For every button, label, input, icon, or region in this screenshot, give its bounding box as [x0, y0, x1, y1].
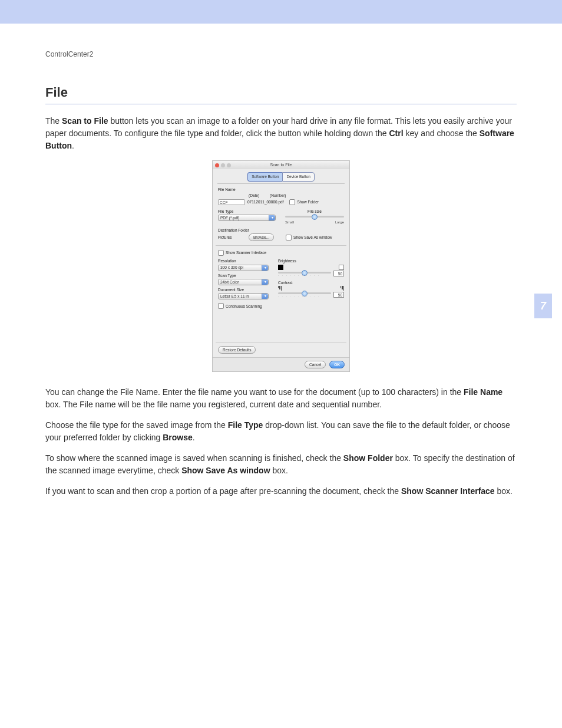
continuous-scanning-checkbox[interactable]	[218, 303, 224, 309]
scan-type-select[interactable]: 24bit Color ▾	[218, 279, 269, 285]
paragraph-scanner-interface: If you want to scan and then crop a port…	[45, 485, 517, 498]
window-titlebar: Scan to File	[213, 161, 349, 169]
tab-device-button[interactable]: Device Button	[282, 172, 314, 181]
chevron-updown-icon: ▾	[262, 279, 268, 285]
bold-file-name: File Name	[464, 387, 503, 397]
brightness-light-icon	[339, 265, 344, 270]
show-scanner-interface-checkbox[interactable]	[218, 250, 224, 256]
close-icon[interactable]	[215, 163, 219, 167]
brightness-slider[interactable]	[278, 272, 331, 274]
screenshot-scan-to-file-dialog: Scan to File Software Button Device Butt…	[212, 160, 350, 372]
date-label: (Date)	[249, 193, 259, 198]
resolution-value: 300 x 300 dpi	[220, 265, 243, 270]
text: Choose the file type for the saved image…	[45, 420, 228, 430]
chevron-updown-icon: ▾	[262, 265, 268, 271]
slider-thumb[interactable]	[302, 270, 308, 276]
chapter-tab: 7	[534, 294, 552, 318]
zoom-icon[interactable]	[227, 163, 231, 167]
text: You can change the File Name. Enter the …	[45, 387, 464, 397]
file-name-input[interactable]: CCF	[218, 199, 245, 205]
brightness-label: Brightness	[278, 258, 344, 263]
text: .	[72, 141, 74, 150]
chevron-updown-icon: ▾	[262, 294, 268, 299]
file-size-slider[interactable]	[285, 216, 344, 218]
text: .	[193, 433, 195, 442]
resolution-label: Resolution	[218, 258, 271, 263]
bold-file-type: File Type	[228, 420, 263, 430]
continuous-scanning-label: Continuous Scanning	[226, 304, 262, 309]
file-name-label: File Name	[218, 187, 344, 192]
text: box. The File name will be the file name…	[45, 400, 382, 409]
bold-ctrl: Ctrl	[389, 129, 403, 138]
text: box.	[495, 486, 513, 496]
dialog-footer: Cancel OK	[213, 357, 349, 371]
show-folder-label: Show Folder	[297, 199, 319, 205]
scan-type-value: 24bit Color	[220, 279, 239, 285]
number-label: (Number)	[270, 193, 286, 198]
window-title: Scan to File	[213, 162, 349, 168]
contrast-label: Contrast	[278, 280, 344, 285]
page-top-bar	[0, 0, 562, 24]
brightness-value[interactable]: 50	[333, 271, 344, 276]
breadcrumb: ControlCenter2	[45, 50, 517, 60]
text: To show where the scanned image is saved…	[45, 453, 343, 463]
contrast-low-icon	[278, 286, 282, 291]
bold-browse: Browse	[163, 433, 193, 442]
text: The	[45, 116, 62, 126]
bold-show-scanner-interface: Show Scanner Interface	[401, 486, 495, 496]
small-label: Small	[285, 220, 294, 225]
show-save-as-label: Show Save As window	[293, 235, 332, 240]
slider-thumb[interactable]	[302, 291, 308, 297]
file-size-label: File size	[285, 209, 344, 214]
document-size-value: Letter 8.5 x 11 in	[220, 294, 249, 299]
destination-folder-label: Destination Folder	[218, 228, 344, 233]
tab-software-button[interactable]: Software Button	[247, 172, 282, 181]
browse-button[interactable]: Browse...	[249, 233, 274, 241]
text: key and choose the	[404, 129, 480, 138]
traffic-lights	[215, 163, 231, 167]
generated-filename: 07112011_00000.pdf	[247, 199, 283, 205]
paragraph-file-name: You can change the File Name. Enter the …	[45, 386, 517, 411]
file-type-label: File Type	[218, 209, 285, 214]
paragraph-show-folder: To show where the scanned image is saved…	[45, 452, 517, 477]
resolution-select[interactable]: 300 x 300 dpi ▾	[218, 265, 269, 271]
paragraph-file-type: Choose the file type for the saved image…	[45, 419, 517, 444]
brightness-dark-icon	[278, 265, 283, 270]
scan-type-label: Scan Type	[218, 273, 271, 278]
text: box.	[270, 466, 288, 475]
slider-thumb[interactable]	[312, 214, 318, 220]
document-size-label: Document Size	[218, 287, 271, 292]
restore-defaults-button[interactable]: Restore Defaults	[218, 346, 256, 354]
bold-scan-to-file: Scan to File	[62, 116, 108, 126]
document-size-select[interactable]: Letter 8.5 x 11 in ▾	[218, 293, 269, 299]
chevron-updown-icon: ▾	[269, 215, 275, 220]
bold-show-folder: Show Folder	[343, 453, 393, 463]
contrast-high-icon	[340, 286, 344, 291]
show-save-as-checkbox[interactable]	[286, 235, 292, 241]
file-type-select[interactable]: PDF (*.pdf) ▾	[218, 215, 276, 221]
intro-paragraph: The Scan to File button lets you scan an…	[45, 115, 517, 152]
show-folder-checkbox[interactable]	[289, 199, 295, 205]
tab-row: Software Button Device Button	[213, 169, 349, 183]
contrast-value[interactable]: 50	[333, 292, 344, 298]
section-title: File	[45, 83, 517, 104]
show-scanner-interface-label: Show Scanner Interface	[226, 250, 266, 255]
ok-button[interactable]: OK	[329, 361, 345, 368]
destination-folder-value: Pictures	[218, 235, 245, 240]
large-label: Large	[335, 220, 344, 225]
contrast-slider[interactable]	[278, 292, 331, 294]
text: If you want to scan and then crop a port…	[45, 486, 401, 496]
bold-show-save-as: Show Save As window	[181, 466, 270, 475]
cancel-button[interactable]: Cancel	[305, 361, 326, 368]
minimize-icon[interactable]	[221, 163, 225, 167]
file-type-value: PDF (*.pdf)	[220, 215, 240, 220]
